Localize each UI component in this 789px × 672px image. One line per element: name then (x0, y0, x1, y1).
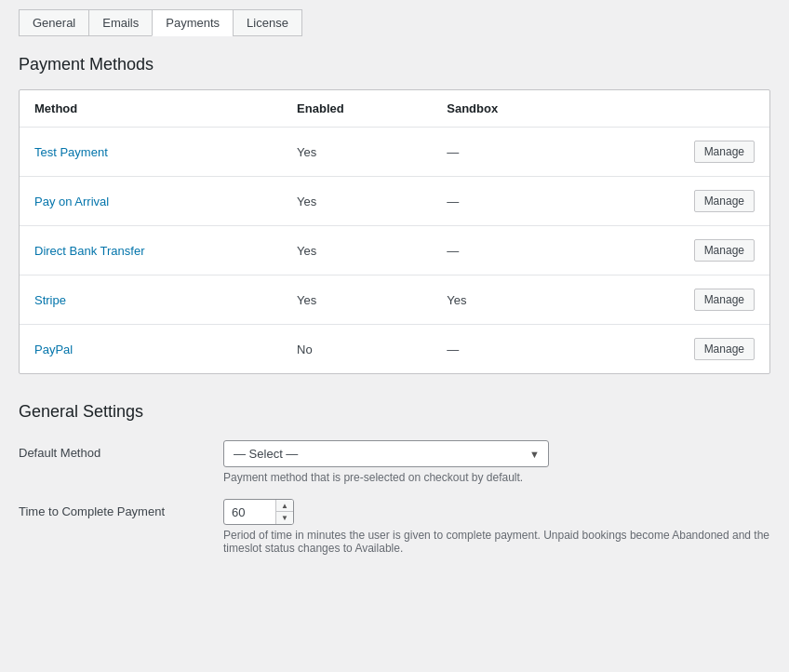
sandbox-cell-pay-on-arrival: — (432, 177, 657, 226)
tab-emails[interactable]: Emails (88, 9, 152, 36)
default-method-desc: Payment method that is pre-selected on c… (223, 471, 770, 484)
method-link-stripe[interactable]: Stripe (34, 293, 66, 307)
sandbox-cell-paypal: — (432, 325, 657, 374)
time-to-complete-label: Time to Complete Payment (19, 499, 223, 518)
action-cell-test-payment: Manage (657, 128, 769, 177)
payment-methods-title: Payment Methods (19, 55, 770, 74)
tabs-bar: General Emails Payments License (19, 9, 770, 36)
manage-button-test-payment[interactable]: Manage (694, 141, 755, 163)
time-to-complete-desc: Period of time in minutes the user is gi… (223, 529, 770, 555)
enabled-cell-paypal: No (282, 325, 432, 374)
method-cell-stripe: Stripe (20, 276, 282, 325)
method-cell-paypal: PayPal (20, 325, 282, 374)
method-link-pay-on-arrival[interactable]: Pay on Arrival (34, 195, 109, 208)
default-method-select-wrapper: — Select — Test Payment Pay on Arrival D… (223, 440, 549, 467)
enabled-cell-pay-on-arrival: Yes (282, 177, 432, 226)
method-cell-test-payment: Test Payment (20, 128, 282, 177)
enabled-cell-stripe: Yes (282, 276, 432, 325)
col-header-enabled: Enabled (282, 90, 432, 128)
sandbox-cell-direct-bank-transfer: — (432, 226, 657, 276)
action-cell-stripe: Manage (657, 276, 769, 325)
page-wrapper: General Emails Payments License Payment … (0, 0, 789, 672)
sandbox-cell-stripe: Yes (432, 276, 657, 325)
col-header-sandbox: Sandbox (432, 90, 657, 128)
payment-methods-table-container: Method Enabled Sandbox Test Payment Yes … (19, 89, 770, 374)
table-row: Direct Bank Transfer Yes — Manage (20, 226, 769, 276)
tab-license[interactable]: License (233, 9, 302, 36)
spinner-buttons: ▲ ▼ (275, 500, 293, 524)
method-link-direct-bank-transfer[interactable]: Direct Bank Transfer (34, 244, 145, 258)
table-row: Test Payment Yes — Manage (20, 128, 769, 177)
manage-button-pay-on-arrival[interactable]: Manage (694, 190, 755, 212)
col-header-action (657, 90, 769, 128)
sandbox-cell-test-payment: — (432, 128, 657, 177)
table-row: PayPal No — Manage (20, 325, 769, 374)
action-cell-direct-bank-transfer: Manage (657, 226, 769, 276)
tab-general[interactable]: General (19, 9, 88, 36)
default-method-select[interactable]: — Select — Test Payment Pay on Arrival D… (223, 440, 549, 467)
enabled-cell-test-payment: Yes (282, 128, 432, 177)
time-to-complete-input[interactable] (224, 501, 275, 524)
time-to-complete-input-wrapper: ▲ ▼ (223, 499, 294, 525)
manage-button-direct-bank-transfer[interactable]: Manage (694, 239, 755, 262)
action-cell-pay-on-arrival: Manage (657, 177, 769, 226)
time-to-complete-control: ▲ ▼ Period of time in minutes the user i… (223, 499, 770, 555)
spinner-up-button[interactable]: ▲ (276, 500, 293, 512)
table-row: Stripe Yes Yes Manage (20, 276, 769, 325)
method-cell-direct-bank-transfer: Direct Bank Transfer (20, 226, 282, 276)
enabled-cell-direct-bank-transfer: Yes (282, 226, 432, 276)
spinner-down-button[interactable]: ▼ (276, 512, 293, 524)
table-row: Pay on Arrival Yes — Manage (20, 177, 769, 226)
default-method-row: Default Method — Select — Test Payment P… (19, 440, 770, 484)
method-link-test-payment[interactable]: Test Payment (34, 145, 108, 159)
time-to-complete-row: Time to Complete Payment ▲ ▼ Period of t… (19, 499, 770, 555)
default-method-label: Default Method (19, 440, 223, 460)
action-cell-paypal: Manage (657, 325, 769, 374)
method-cell-pay-on-arrival: Pay on Arrival (20, 177, 282, 226)
method-link-paypal[interactable]: PayPal (34, 343, 73, 356)
manage-button-stripe[interactable]: Manage (694, 289, 755, 311)
tab-payments[interactable]: Payments (152, 9, 233, 36)
col-header-method: Method (20, 90, 282, 128)
general-settings-title: General Settings (19, 402, 770, 422)
payment-methods-table: Method Enabled Sandbox Test Payment Yes … (20, 90, 769, 373)
default-method-control: — Select — Test Payment Pay on Arrival D… (223, 440, 770, 484)
manage-button-paypal[interactable]: Manage (694, 338, 755, 360)
